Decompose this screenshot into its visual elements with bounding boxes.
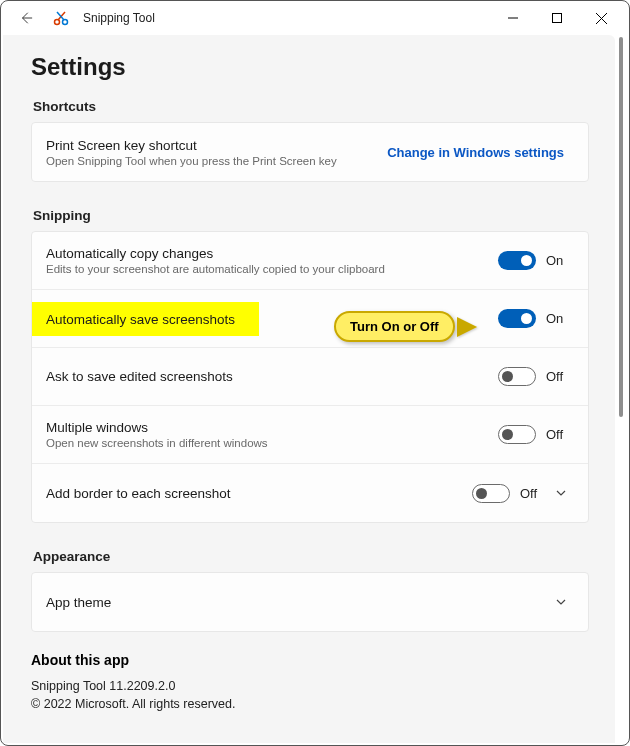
svg-rect-5 [553, 14, 562, 23]
page-title: Settings [31, 53, 589, 81]
row-title: Ask to save edited screenshots [46, 369, 498, 384]
chevron-down-icon [548, 596, 574, 608]
multi-windows-toggle[interactable] [498, 425, 536, 444]
add-border-row[interactable]: Add border to each screenshot Off [32, 464, 588, 522]
row-title: Print Screen key shortcut [46, 138, 377, 153]
appearance-card: App theme [31, 572, 589, 632]
shortcuts-card: Print Screen key shortcut Open Snipping … [31, 122, 589, 182]
row-title: Multiple windows [46, 420, 498, 435]
annotation-callout-tail [459, 319, 477, 335]
app-theme-row[interactable]: App theme [32, 573, 588, 631]
row-title: App theme [46, 595, 548, 610]
toggle-state: Off [546, 369, 574, 384]
about-version: Snipping Tool 11.2209.2.0 [31, 678, 589, 696]
auto-copy-toggle[interactable] [498, 251, 536, 270]
close-button[interactable] [579, 3, 623, 33]
toggle-state: Off [520, 486, 548, 501]
row-subtitle: Edits to your screenshot are automatical… [46, 263, 498, 275]
svg-line-2 [58, 12, 65, 20]
section-shortcuts-label: Shortcuts [33, 99, 589, 114]
scrollbar[interactable] [619, 37, 625, 737]
toggle-state: On [546, 311, 574, 326]
section-appearance-label: Appearance [33, 549, 589, 564]
ask-save-toggle[interactable] [498, 367, 536, 386]
toggle-state: On [546, 253, 574, 268]
about-label: About this app [31, 652, 589, 668]
multi-windows-row: Multiple windows Open new screenshots in… [32, 406, 588, 464]
row-title: Add border to each screenshot [46, 486, 472, 501]
snipping-tool-icon [53, 10, 75, 26]
maximize-button[interactable] [535, 3, 579, 33]
section-snipping-label: Snipping [33, 208, 589, 223]
auto-copy-row: Automatically copy changes Edits to your… [32, 232, 588, 290]
print-screen-row: Print Screen key shortcut Open Snipping … [32, 123, 588, 181]
titlebar: Snipping Tool [1, 1, 629, 35]
row-title: Automatically save screenshots [46, 312, 235, 327]
highlight-marker: Automatically save screenshots [32, 302, 259, 336]
row-title: Automatically copy changes [46, 246, 498, 261]
row-subtitle: Open new screenshots in different window… [46, 437, 498, 449]
content-area: Settings Shortcuts Print Screen key shor… [3, 35, 615, 743]
annotation-callout: Turn On or Off [334, 311, 455, 342]
scrollbar-thumb[interactable] [619, 37, 623, 417]
change-in-windows-settings-link[interactable]: Change in Windows settings [377, 139, 574, 166]
svg-line-3 [57, 12, 64, 20]
row-subtitle: Open Snipping Tool when you press the Pr… [46, 155, 377, 167]
toggle-state: Off [546, 427, 574, 442]
auto-save-row: Automatically save screenshots On [32, 290, 588, 348]
about-section: About this app Snipping Tool 11.2209.2.0… [31, 652, 589, 713]
minimize-button[interactable] [491, 3, 535, 33]
ask-save-row: Ask to save edited screenshots Off [32, 348, 588, 406]
back-button[interactable] [15, 11, 37, 25]
about-copyright: © 2022 Microsoft. All rights reserved. [31, 696, 589, 714]
auto-save-toggle[interactable] [498, 309, 536, 328]
chevron-down-icon [548, 487, 574, 499]
snipping-card: Automatically copy changes Edits to your… [31, 231, 589, 523]
app-name: Snipping Tool [83, 11, 155, 25]
callout-text: Turn On or Off [350, 319, 439, 334]
add-border-toggle[interactable] [472, 484, 510, 503]
